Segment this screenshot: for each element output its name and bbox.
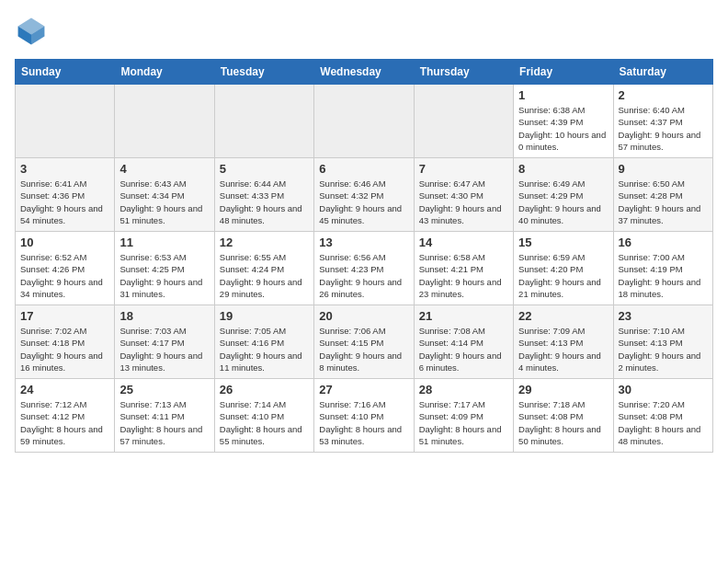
day-cell — [115, 85, 214, 158]
day-info: Sunrise: 6:58 AMSunset: 4:21 PMDaylight:… — [419, 251, 508, 300]
day-number: 25 — [119, 383, 209, 396]
day-number: 17 — [20, 309, 109, 323]
day-number: 22 — [518, 309, 608, 323]
day-number: 23 — [619, 309, 708, 323]
day-info: Sunrise: 6:43 AMSunset: 4:34 PMDaylight:… — [119, 178, 209, 226]
day-cell: 14Sunrise: 6:58 AMSunset: 4:21 PMDayligh… — [414, 232, 513, 305]
day-info: Sunrise: 7:18 AMSunset: 4:08 PMDaylight:… — [518, 398, 608, 447]
day-cell: 28Sunrise: 7:17 AMSunset: 4:09 PMDayligh… — [414, 379, 513, 453]
day-cell: 27Sunrise: 7:16 AMSunset: 4:10 PMDayligh… — [314, 379, 414, 453]
day-info: Sunrise: 7:08 AMSunset: 4:14 PMDaylight:… — [419, 325, 508, 373]
day-number: 9 — [619, 162, 708, 176]
day-info: Sunrise: 7:13 AMSunset: 4:11 PMDaylight:… — [119, 398, 209, 447]
day-cell: 11Sunrise: 6:53 AMSunset: 4:25 PMDayligh… — [115, 232, 214, 305]
day-cell: 21Sunrise: 7:08 AMSunset: 4:14 PMDayligh… — [414, 305, 513, 379]
day-cell: 13Sunrise: 6:56 AMSunset: 4:23 PMDayligh… — [314, 232, 414, 305]
day-info: Sunrise: 7:12 AMSunset: 4:12 PMDaylight:… — [20, 398, 109, 447]
col-header-monday: Monday — [115, 60, 214, 85]
day-cell: 6Sunrise: 6:46 AMSunset: 4:32 PMDaylight… — [314, 158, 414, 232]
day-info: Sunrise: 6:53 AMSunset: 4:25 PMDaylight:… — [119, 251, 209, 300]
week-row-2: 3Sunrise: 6:41 AMSunset: 4:36 PMDaylight… — [16, 158, 713, 232]
day-info: Sunrise: 6:40 AMSunset: 4:37 PMDaylight:… — [619, 104, 708, 153]
day-info: Sunrise: 6:44 AMSunset: 4:33 PMDaylight:… — [220, 178, 309, 226]
calendar-table: SundayMondayTuesdayWednesdayThursdayFrid… — [15, 59, 713, 453]
day-number: 24 — [20, 383, 109, 396]
col-header-saturday: Saturday — [613, 60, 712, 85]
day-number: 10 — [20, 236, 109, 249]
day-info: Sunrise: 7:00 AMSunset: 4:19 PMDaylight:… — [619, 251, 708, 300]
day-info: Sunrise: 7:16 AMSunset: 4:10 PMDaylight:… — [319, 398, 408, 447]
day-info: Sunrise: 6:50 AMSunset: 4:28 PMDaylight:… — [619, 178, 708, 226]
day-number: 30 — [619, 383, 708, 396]
day-cell: 4Sunrise: 6:43 AMSunset: 4:34 PMDaylight… — [115, 158, 214, 232]
day-cell: 19Sunrise: 7:05 AMSunset: 4:16 PMDayligh… — [214, 305, 313, 379]
day-info: Sunrise: 7:14 AMSunset: 4:10 PMDaylight:… — [220, 398, 309, 447]
day-info: Sunrise: 7:09 AMSunset: 4:13 PMDaylight:… — [518, 325, 608, 373]
day-cell — [314, 85, 414, 158]
day-info: Sunrise: 6:52 AMSunset: 4:26 PMDaylight:… — [20, 251, 109, 300]
logo — [15, 15, 51, 48]
day-number: 16 — [619, 236, 708, 249]
day-cell: 5Sunrise: 6:44 AMSunset: 4:33 PMDaylight… — [214, 158, 313, 232]
day-cell: 24Sunrise: 7:12 AMSunset: 4:12 PMDayligh… — [16, 379, 115, 453]
day-cell: 12Sunrise: 6:55 AMSunset: 4:24 PMDayligh… — [214, 232, 313, 305]
day-cell: 18Sunrise: 7:03 AMSunset: 4:17 PMDayligh… — [115, 305, 214, 379]
day-cell: 25Sunrise: 7:13 AMSunset: 4:11 PMDayligh… — [115, 379, 214, 453]
day-number: 13 — [319, 236, 408, 249]
day-number: 7 — [419, 162, 508, 176]
day-number: 26 — [220, 383, 309, 396]
day-number: 19 — [220, 309, 309, 323]
col-header-sunday: Sunday — [16, 60, 115, 85]
day-info: Sunrise: 7:06 AMSunset: 4:15 PMDaylight:… — [319, 325, 408, 373]
day-info: Sunrise: 7:20 AMSunset: 4:08 PMDaylight:… — [619, 398, 708, 447]
day-cell — [214, 85, 313, 158]
day-number: 18 — [119, 309, 209, 323]
day-number: 12 — [220, 236, 309, 249]
day-number: 6 — [319, 162, 408, 176]
day-number: 20 — [319, 309, 408, 323]
day-info: Sunrise: 7:17 AMSunset: 4:09 PMDaylight:… — [419, 398, 508, 447]
page-header — [15, 15, 713, 48]
day-info: Sunrise: 6:59 AMSunset: 4:20 PMDaylight:… — [518, 251, 608, 300]
day-cell: 1Sunrise: 6:38 AMSunset: 4:39 PMDaylight… — [514, 85, 613, 158]
day-number: 14 — [419, 236, 508, 249]
day-cell: 3Sunrise: 6:41 AMSunset: 4:36 PMDaylight… — [16, 158, 115, 232]
day-cell: 10Sunrise: 6:52 AMSunset: 4:26 PMDayligh… — [16, 232, 115, 305]
day-number: 15 — [518, 236, 608, 249]
day-cell: 29Sunrise: 7:18 AMSunset: 4:08 PMDayligh… — [514, 379, 613, 453]
col-header-friday: Friday — [514, 60, 613, 85]
week-row-3: 10Sunrise: 6:52 AMSunset: 4:26 PMDayligh… — [16, 232, 713, 305]
day-info: Sunrise: 7:03 AMSunset: 4:17 PMDaylight:… — [119, 325, 209, 373]
day-cell: 23Sunrise: 7:10 AMSunset: 4:13 PMDayligh… — [613, 305, 712, 379]
logo-icon — [15, 15, 48, 48]
day-info: Sunrise: 7:10 AMSunset: 4:13 PMDaylight:… — [619, 325, 708, 373]
day-number: 2 — [619, 88, 708, 102]
day-info: Sunrise: 6:49 AMSunset: 4:29 PMDaylight:… — [518, 178, 608, 226]
day-info: Sunrise: 7:05 AMSunset: 4:16 PMDaylight:… — [220, 325, 309, 373]
day-number: 1 — [518, 88, 608, 102]
day-number: 8 — [518, 162, 608, 176]
day-info: Sunrise: 6:41 AMSunset: 4:36 PMDaylight:… — [20, 178, 109, 226]
day-info: Sunrise: 6:56 AMSunset: 4:23 PMDaylight:… — [319, 251, 408, 300]
col-header-wednesday: Wednesday — [314, 60, 414, 85]
day-cell: 16Sunrise: 7:00 AMSunset: 4:19 PMDayligh… — [613, 232, 712, 305]
day-number: 5 — [220, 162, 309, 176]
day-info: Sunrise: 6:46 AMSunset: 4:32 PMDaylight:… — [319, 178, 408, 226]
col-header-thursday: Thursday — [414, 60, 513, 85]
day-info: Sunrise: 6:55 AMSunset: 4:24 PMDaylight:… — [220, 251, 309, 300]
day-cell: 30Sunrise: 7:20 AMSunset: 4:08 PMDayligh… — [613, 379, 712, 453]
week-row-5: 24Sunrise: 7:12 AMSunset: 4:12 PMDayligh… — [16, 379, 713, 453]
day-cell: 22Sunrise: 7:09 AMSunset: 4:13 PMDayligh… — [514, 305, 613, 379]
day-cell: 9Sunrise: 6:50 AMSunset: 4:28 PMDaylight… — [613, 158, 712, 232]
day-number: 28 — [419, 383, 508, 396]
day-number: 27 — [319, 383, 408, 396]
day-info: Sunrise: 6:38 AMSunset: 4:39 PMDaylight:… — [518, 104, 608, 153]
day-cell — [16, 85, 115, 158]
week-row-4: 17Sunrise: 7:02 AMSunset: 4:18 PMDayligh… — [16, 305, 713, 379]
day-cell: 2Sunrise: 6:40 AMSunset: 4:37 PMDaylight… — [613, 85, 712, 158]
day-cell: 15Sunrise: 6:59 AMSunset: 4:20 PMDayligh… — [514, 232, 613, 305]
day-cell: 7Sunrise: 6:47 AMSunset: 4:30 PMDaylight… — [414, 158, 513, 232]
col-header-tuesday: Tuesday — [214, 60, 313, 85]
day-number: 4 — [119, 162, 209, 176]
calendar-header-row: SundayMondayTuesdayWednesdayThursdayFrid… — [16, 60, 713, 85]
